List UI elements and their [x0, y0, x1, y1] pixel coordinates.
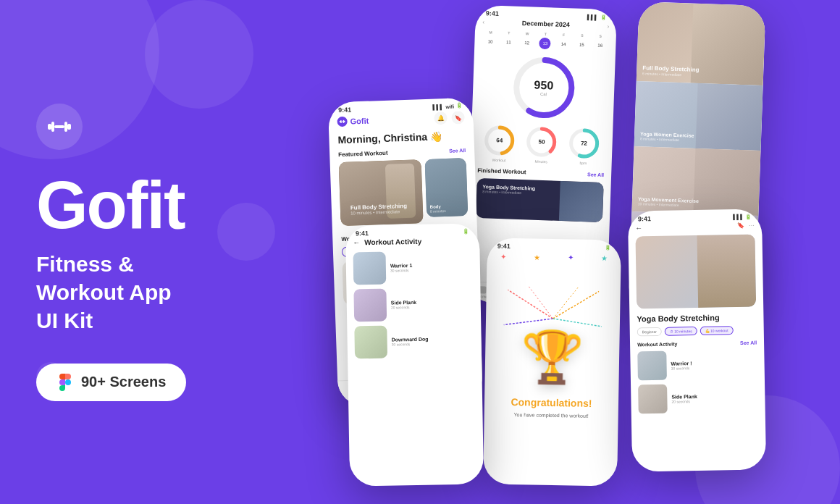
battery-icon: 🔋: [456, 103, 463, 109]
activity-header: ← Workout Activity: [353, 237, 472, 247]
yoga-warrior-title: Warrior !: [671, 361, 692, 366]
extra-sub: 30 seconds: [392, 342, 429, 347]
svg-line-23: [553, 287, 579, 319]
burst-decoration: [500, 282, 606, 356]
featured-see-all[interactable]: See All: [449, 148, 466, 154]
header-icons: 🔔 🔖: [434, 111, 465, 125]
more-icon-6[interactable]: ⋯: [749, 222, 755, 230]
svg-rect-8: [343, 120, 345, 123]
cal-h-m: M: [482, 30, 499, 35]
workout2-sub: 8 minutes: [430, 209, 446, 214]
stat-workout: 64 Workout: [483, 124, 516, 163]
yoga-see-all[interactable]: See All: [740, 340, 757, 345]
yoga-badge-workout: 💪 10 workout: [700, 326, 734, 335]
logo-area: [36, 104, 268, 150]
finished-header: Finished Workout See All: [477, 167, 604, 178]
stats-content: ‹ December 2024 › M T W T F S S 10 11 12…: [469, 18, 617, 229]
ex-card-3[interactable]: Yoga Movement Exercise 10 minutes • Inte…: [631, 146, 760, 216]
featured-card-2[interactable]: Body 8 minutes: [424, 158, 468, 217]
time-1: 9:41: [338, 106, 351, 114]
yoga-badge-beginner[interactable]: Beginner: [637, 327, 662, 337]
yoga-warrior-info: Warrior ! 30 seconds: [671, 361, 692, 371]
status-icons-1: ▌▌▌ wifi 🔋: [432, 103, 463, 109]
svg-rect-9: [342, 121, 343, 122]
screens-badge[interactable]: 90+ Screens: [36, 364, 186, 401]
stat3-label: bpm: [580, 161, 587, 165]
finished-workout-card[interactable]: Yoga Body Stretching 8 minutes • Interme…: [476, 178, 604, 222]
wifi-icon: wifi: [445, 104, 454, 109]
svg-line-20: [504, 318, 553, 326]
finished-see-all[interactable]: See All: [587, 172, 604, 177]
left-panel: Gofit Fitness &Workout AppUI Kit 90+ Scr…: [0, 0, 304, 504]
time-4: 9:41: [497, 243, 511, 250]
yoga-item-1[interactable]: Warrior ! 30 seconds: [637, 350, 757, 381]
calorie-ring: 950 Cal: [479, 53, 608, 122]
cal-15[interactable]: 15: [576, 39, 588, 51]
back-arrow-6[interactable]: ←: [635, 224, 642, 232]
sideplank-img: [353, 289, 387, 322]
cal-prev[interactable]: ‹: [482, 19, 484, 25]
yoga-item-2[interactable]: Side Plank 20 seconds: [638, 383, 758, 414]
calendar-month: December 2024: [522, 20, 570, 28]
phone-congrats: 9:41 🔋 ✦ ★ ✦ ★ 🏆: [483, 238, 621, 486]
tagline: Fitness &Workout AppUI Kit: [36, 250, 268, 335]
activity-item-3[interactable]: Downward Dog 30 seconds: [354, 324, 474, 359]
yoga-section-label: Workout Activity: [637, 341, 677, 347]
cal-10[interactable]: 10: [484, 35, 497, 48]
warrior-info: Warrior 1 30 seconds: [390, 263, 413, 273]
phone-activity: 9:41 🔋 ← Workout Activity Warrior 1 30 s…: [345, 223, 484, 486]
yoga-sideplank-sub: 20 seconds: [671, 399, 697, 404]
finished-label: Finished Workout: [477, 167, 526, 175]
battery-3: 🔋: [463, 229, 469, 235]
congrats-title: Congratulations!: [511, 396, 592, 409]
signal-2: ▌▌▌: [587, 14, 598, 20]
ex-card-2[interactable]: Yoga Women Exercise 8 minutes • Intermed…: [634, 81, 763, 151]
screens-count: 90+ Screens: [81, 374, 166, 390]
cal-h-f: F: [555, 33, 572, 38]
svg-line-18: [508, 290, 553, 319]
svg-rect-7: [340, 120, 342, 123]
calories-value: 950: [534, 79, 553, 93]
back-arrow-3[interactable]: ←: [353, 238, 360, 246]
bookmark-icon[interactable]: 🔖: [451, 111, 465, 125]
cal-13[interactable]: 13: [539, 38, 552, 50]
bookmark-icon-6[interactable]: 🔖: [737, 222, 744, 230]
burst-svg: [500, 282, 606, 356]
yoga-hero-image: [635, 235, 756, 309]
gofit-text: Gofit: [350, 117, 369, 126]
svg-rect-3: [64, 122, 67, 132]
sideplank-info: Side Plank 20 seconds: [391, 300, 417, 310]
battery-2: 🔋: [600, 14, 607, 20]
cal-12[interactable]: 12: [521, 37, 533, 49]
time-6: 9:41: [638, 215, 651, 222]
yoga-sideplank-img: [638, 385, 668, 414]
status-icons-6: ▌▌▌ 🔋: [733, 214, 752, 220]
mini-dumbbell: [340, 119, 345, 125]
time-3: 9:41: [356, 230, 369, 237]
ex-card-1[interactable]: Full Body Stretching 6 minutes • Interme…: [637, 1, 766, 85]
small-stats: 64 Workout 50 Minute: [478, 124, 606, 166]
activity-item-1[interactable]: Warrior 1 30 seconds: [353, 251, 474, 285]
stat1-label: Workout: [492, 158, 506, 163]
stat3-value: 72: [581, 140, 587, 146]
cal-next[interactable]: ›: [607, 23, 609, 30]
cal-16[interactable]: 16: [594, 39, 606, 51]
status-icons-2: ▌▌▌ 🔋: [587, 14, 607, 20]
yoga-activity-header: Workout Activity See All: [637, 340, 757, 348]
stat2-label: Minutes: [534, 159, 547, 164]
warrior-sub: 30 seconds: [390, 268, 413, 273]
warrior-img: [353, 252, 387, 285]
app-title: Gofit: [36, 172, 268, 238]
time-2: 9:41: [486, 9, 499, 17]
svg-rect-1: [67, 124, 71, 130]
cal-11[interactable]: 11: [503, 36, 515, 49]
yoga-badges: Beginner ⏱ 10 minutes 💪 10 workout: [637, 326, 757, 337]
status-icons-3: 🔋: [463, 229, 469, 235]
cal-14[interactable]: 14: [558, 38, 570, 51]
confetti: ✦ ★ ✦ ★: [487, 252, 621, 262]
bell-icon[interactable]: 🔔: [434, 112, 448, 125]
figma-icon: [56, 374, 74, 391]
gofit-logo-dot: [337, 117, 347, 127]
featured-card-1[interactable]: Full Body Stretching 10 minutes • Interm…: [339, 159, 424, 226]
activity-item-2[interactable]: Side Plank 20 seconds: [353, 287, 474, 322]
